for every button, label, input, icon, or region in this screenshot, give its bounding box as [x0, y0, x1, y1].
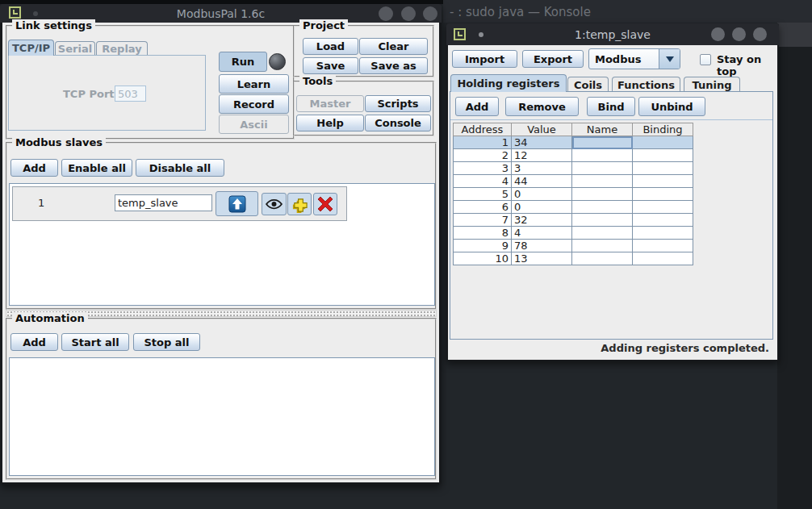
tab-serial[interactable]: Serial — [55, 41, 95, 56]
learn-button[interactable]: Learn — [219, 74, 289, 94]
run-button[interactable]: Run — [219, 52, 267, 72]
tab-coils[interactable]: Coils — [567, 77, 609, 92]
register-remove-button[interactable]: Remove — [505, 97, 579, 116]
cell-binding[interactable] — [633, 227, 693, 240]
start-all-button[interactable]: Start all — [61, 333, 129, 351]
cell-address[interactable]: 10 — [454, 252, 512, 265]
register-row[interactable]: 212 — [454, 149, 693, 162]
register-row[interactable]: 444 — [454, 175, 693, 188]
cell-address[interactable]: 3 — [454, 162, 512, 175]
column-header-address[interactable]: Address — [454, 123, 512, 136]
tab-tcpip[interactable]: TCP/IP — [8, 40, 54, 56]
slave-duplicate-button[interactable] — [287, 193, 312, 215]
load-button[interactable]: Load — [303, 38, 358, 55]
column-header-value[interactable]: Value — [512, 123, 572, 136]
cell-binding[interactable] — [633, 252, 693, 265]
cell-binding[interactable] — [633, 214, 693, 227]
cell-binding[interactable] — [633, 201, 693, 214]
register-bind-button[interactable]: Bind — [587, 97, 635, 116]
protocol-select[interactable]: Modbus — [588, 48, 680, 69]
cell-address[interactable]: 4 — [454, 175, 512, 188]
cell-value[interactable]: 78 — [512, 240, 572, 252]
record-button[interactable]: Record — [219, 94, 289, 114]
cell-value[interactable]: 4 — [512, 227, 572, 240]
help-button[interactable]: Help — [296, 115, 364, 131]
cell-value[interactable]: 3 — [512, 162, 572, 175]
save-as-button[interactable]: Save as — [359, 57, 428, 74]
minimize-button[interactable] — [711, 27, 725, 41]
slave-add-button[interactable]: Add — [10, 159, 58, 177]
cell-binding[interactable] — [633, 240, 693, 252]
automation-add-button[interactable]: Add — [10, 333, 58, 351]
register-unbind-button[interactable]: Unbind — [638, 97, 705, 116]
cell-address[interactable]: 2 — [454, 149, 512, 162]
slave-name-field[interactable] — [115, 194, 212, 211]
cell-value[interactable]: 0 — [512, 188, 572, 201]
slave-delete-button[interactable] — [313, 193, 337, 215]
cell-address[interactable]: 8 — [454, 227, 512, 240]
export-button[interactable]: Export — [522, 50, 584, 68]
cell-name[interactable] — [572, 214, 633, 227]
disable-all-button[interactable]: Disable all — [136, 159, 224, 177]
stop-all-button[interactable]: Stop all — [133, 333, 200, 351]
cell-address[interactable]: 7 — [454, 214, 512, 227]
save-button[interactable]: Save — [303, 57, 358, 74]
cell-name[interactable] — [572, 162, 633, 175]
cell-binding[interactable] — [633, 149, 693, 162]
cell-binding[interactable] — [633, 162, 693, 175]
tab-replay[interactable]: Replay — [96, 41, 148, 56]
cell-name[interactable] — [572, 227, 633, 240]
cell-value[interactable]: 44 — [512, 175, 572, 188]
master-button[interactable]: Master — [296, 95, 364, 112]
cell-value[interactable]: 12 — [512, 149, 572, 162]
column-header-name[interactable]: Name — [572, 123, 633, 136]
clear-button[interactable]: Clear — [359, 38, 428, 55]
minimize-button[interactable] — [379, 6, 393, 21]
maximize-button[interactable] — [732, 27, 746, 41]
register-row[interactable]: 978 — [454, 240, 693, 252]
cell-address[interactable]: 9 — [454, 240, 512, 252]
cell-name[interactable] — [572, 136, 633, 149]
scripts-button[interactable]: Scripts — [365, 95, 431, 112]
cell-value[interactable]: 0 — [512, 201, 572, 214]
cell-value[interactable]: 34 — [512, 136, 572, 149]
register-add-button[interactable]: Add — [455, 97, 499, 116]
register-row[interactable]: 50 — [454, 188, 693, 201]
console-button[interactable]: Console — [365, 115, 431, 131]
cell-name[interactable] — [572, 175, 633, 188]
cell-binding[interactable] — [633, 188, 693, 201]
register-row[interactable]: 60 — [454, 201, 693, 214]
tab-tuning[interactable]: Tuning — [684, 77, 740, 92]
register-row[interactable]: 1013 — [454, 252, 693, 265]
chevron-down-icon[interactable] — [659, 49, 680, 69]
close-button[interactable] — [423, 6, 437, 21]
enable-all-button[interactable]: Enable all — [61, 159, 132, 177]
cell-name[interactable] — [572, 149, 633, 162]
register-row[interactable]: 84 — [454, 227, 693, 240]
tcp-port-field[interactable] — [115, 86, 146, 102]
close-button[interactable] — [753, 27, 767, 41]
register-row[interactable]: 33 — [454, 162, 693, 175]
register-row[interactable]: 732 — [454, 214, 693, 227]
cell-binding[interactable] — [633, 136, 693, 149]
column-header-binding[interactable]: Binding — [633, 123, 693, 136]
cell-name[interactable] — [572, 201, 633, 214]
cell-name[interactable] — [572, 240, 633, 252]
cell-binding[interactable] — [633, 175, 693, 188]
registers-table[interactable]: AddressValueNameBinding 1342123344450607… — [453, 123, 693, 265]
automation-list[interactable] — [9, 357, 435, 476]
register-row[interactable]: 134 — [454, 136, 693, 149]
cell-value[interactable]: 13 — [512, 252, 572, 265]
import-button[interactable]: Import — [452, 50, 517, 68]
tab-holding-registers[interactable]: Holding registers — [450, 74, 567, 92]
cell-value[interactable]: 32 — [512, 214, 572, 227]
cell-name[interactable] — [572, 188, 633, 201]
slave-view-button[interactable] — [262, 193, 287, 215]
slave-enable-toggle[interactable] — [216, 191, 258, 216]
cell-address[interactable]: 5 — [454, 188, 512, 201]
cell-address[interactable]: 1 — [454, 136, 512, 149]
temp-slave-titlebar[interactable]: 1:temp_slave — [446, 23, 779, 45]
ascii-button[interactable]: Ascii — [219, 115, 289, 134]
tab-functions[interactable]: Functions — [612, 77, 680, 92]
stay-on-top-checkbox[interactable] — [700, 54, 711, 65]
